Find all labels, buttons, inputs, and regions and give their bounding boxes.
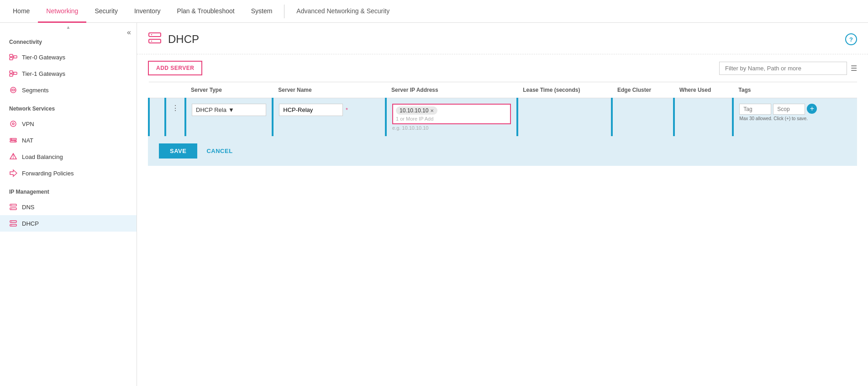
help-button[interactable]: ?	[845, 33, 857, 45]
filter-area: ☰	[719, 62, 857, 75]
tier1-icon	[9, 69, 17, 78]
main-content: DHCP ? ADD SERVER ☰ Server Type Server N…	[137, 23, 868, 386]
svg-point-12	[12, 123, 14, 125]
sidebar-section-connectivity: Connectivity	[0, 32, 137, 49]
sidebar-label-tier1: Tier-1 Gateways	[22, 70, 65, 77]
nav-networking[interactable]: Networking	[38, 0, 86, 23]
actions-row: SAVE CANCEL	[148, 136, 857, 166]
sidebar-item-load-balancing[interactable]: Load Balancing	[0, 148, 137, 165]
table-row: ⋮ DHCP Rela ▼ *	[149, 98, 857, 137]
sidebar-item-vpn[interactable]: VPN	[0, 116, 137, 132]
row-menu-cell: ⋮	[165, 98, 185, 137]
svg-rect-2	[14, 56, 17, 58]
svg-rect-28	[149, 33, 161, 37]
cancel-button[interactable]: CANCEL	[205, 143, 234, 159]
fwd-icon	[9, 169, 17, 177]
col-menu	[165, 82, 185, 98]
svg-rect-6	[10, 74, 13, 76]
col-server-ip: Server IP Address	[386, 82, 517, 98]
scope-input[interactable]	[773, 104, 805, 115]
col-lease-time: Lease Time (seconds)	[517, 82, 612, 98]
sidebar-item-dns[interactable]: DNS	[0, 199, 137, 215]
table-container: Server Type Server Name Server IP Addres…	[137, 82, 868, 136]
svg-rect-21	[10, 208, 16, 210]
col-checkbox	[149, 82, 165, 98]
row-server-ip-cell: 10.10.10.10 ✕ 1 or More IP Add e.g. 10.1…	[386, 98, 517, 137]
ip-tag: 10.10.10.10 ✕	[396, 106, 437, 115]
sidebar-collapse-button[interactable]: «	[125, 26, 133, 38]
lb-icon	[9, 153, 17, 161]
sidebar-item-tier0[interactable]: Tier-0 Gateways	[0, 49, 137, 65]
top-navigation: Home Networking Security Inventory Plan …	[0, 0, 868, 23]
sidebar-section-ip-management: IP Management	[0, 181, 137, 199]
sidebar-label-dhcp: DHCP	[22, 220, 39, 227]
svg-marker-19	[10, 170, 17, 176]
sidebar-item-segments[interactable]: Segments	[0, 82, 137, 98]
add-server-button[interactable]: ADD SERVER	[148, 61, 202, 75]
segments-icon	[9, 86, 17, 94]
col-where-used: Where Used	[674, 82, 733, 98]
sidebar-label-tier0: Tier-0 Gateways	[22, 54, 65, 61]
nav-system[interactable]: System	[243, 0, 281, 23]
ip-example: e.g. 10.10.10.10	[392, 125, 511, 131]
sidebar: « ▲ Connectivity Tier-0 Gateways	[0, 23, 137, 386]
max-tags-note: Max 30 allowed. Click (+) to save.	[739, 116, 852, 122]
dhcp-page-icon	[148, 31, 162, 48]
nav-inventory[interactable]: Inventory	[126, 0, 169, 23]
chevron-down-icon: ▼	[228, 106, 234, 113]
page-title: DHCP	[168, 33, 199, 46]
nav-home[interactable]: Home	[5, 0, 38, 23]
tier0-icon	[9, 53, 17, 61]
tag-add-button[interactable]: +	[807, 104, 817, 114]
svg-rect-14	[10, 141, 16, 142]
dhcp-table: Server Type Server Name Server IP Addres…	[148, 82, 857, 136]
nav-divider	[284, 5, 284, 18]
page-header: DHCP ?	[137, 23, 868, 54]
toolbar: ADD SERVER ☰	[137, 54, 868, 82]
col-tags: Tags	[733, 82, 857, 98]
sidebar-item-forwarding-policies[interactable]: Forwarding Policies	[0, 165, 137, 181]
sidebar-label-nat: NAT	[22, 137, 33, 144]
row-tags-cell: + Max 30 allowed. Click (+) to save.	[733, 98, 857, 137]
ip-tag-close-button[interactable]: ✕	[430, 108, 434, 113]
server-type-select[interactable]: DHCP Rela ▼	[192, 104, 266, 116]
svg-rect-5	[10, 71, 13, 73]
svg-rect-29	[149, 39, 161, 43]
sidebar-item-dhcp[interactable]: DHCP	[0, 215, 137, 232]
row-checkbox-cell	[149, 98, 165, 137]
nav-plan-troubleshoot[interactable]: Plan & Troubleshoot	[169, 0, 243, 23]
ip-tag-value: 10.10.10.10	[400, 107, 428, 114]
sidebar-item-nat[interactable]: NAT	[0, 132, 137, 148]
svg-rect-13	[10, 138, 16, 140]
svg-rect-0	[10, 54, 13, 57]
main-layout: « ▲ Connectivity Tier-0 Gateways	[0, 23, 868, 386]
save-button[interactable]: SAVE	[159, 143, 197, 159]
svg-rect-25	[10, 224, 16, 226]
sidebar-label-segments: Segments	[22, 87, 49, 94]
required-indicator: *	[346, 106, 348, 113]
row-where-used-cell	[674, 98, 733, 137]
sidebar-label-vpn: VPN	[22, 121, 34, 127]
row-server-name-cell: *	[273, 98, 386, 137]
dns-icon	[9, 203, 17, 211]
dhcp-icon	[9, 219, 17, 227]
row-server-type-cell: DHCP Rela ▼	[185, 98, 273, 137]
filter-menu-icon[interactable]: ☰	[851, 64, 857, 73]
nav-advanced-networking[interactable]: Advanced Networking & Security	[288, 0, 398, 23]
vpn-icon	[9, 120, 17, 128]
server-type-value: DHCP Rela	[196, 106, 226, 113]
row-menu-button[interactable]: ⋮	[172, 104, 179, 112]
sidebar-label-forwarding-policies: Forwarding Policies	[22, 170, 74, 177]
col-server-name: Server Name	[273, 82, 386, 98]
server-name-input[interactable]	[279, 104, 343, 116]
sidebar-section-network-services: Network Services	[0, 98, 137, 116]
svg-rect-1	[10, 58, 13, 60]
tags-area: +	[739, 104, 852, 115]
sidebar-item-tier1[interactable]: Tier-1 Gateways	[0, 65, 137, 82]
filter-input[interactable]	[719, 62, 847, 75]
nav-security[interactable]: Security	[86, 0, 126, 23]
tag-input[interactable]	[739, 104, 771, 115]
row-edge-cluster-cell	[612, 98, 674, 137]
sidebar-scroll-up[interactable]: ▲	[0, 23, 137, 32]
server-ip-container[interactable]: 10.10.10.10 ✕ 1 or More IP Add	[392, 104, 511, 124]
